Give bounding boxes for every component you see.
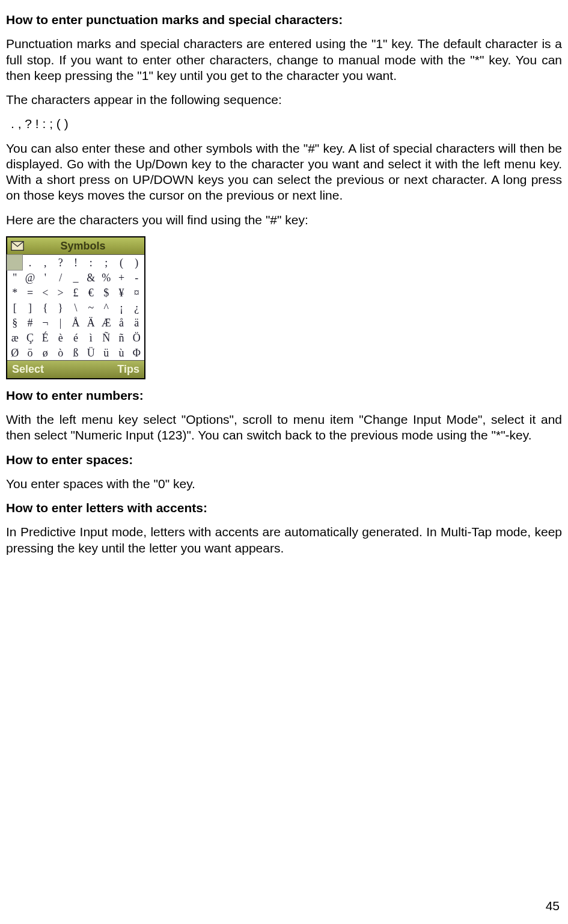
symbol-cell[interactable]: Ö <box>129 330 144 345</box>
symbols-title-bar: Symbols <box>7 237 144 255</box>
hash-key-intro: Here are the characters you will find us… <box>6 212 562 228</box>
symbol-cell[interactable]: Ç <box>22 330 37 345</box>
symbol-cell[interactable]: é <box>68 330 83 345</box>
symbol-cell[interactable]: , <box>38 255 53 270</box>
symbol-cell[interactable]: = <box>22 285 37 300</box>
symbol-cell[interactable]: # <box>22 315 37 330</box>
accents-paragraph: In Predictive Input mode, letters with a… <box>6 524 562 556</box>
symbol-cell[interactable]: % <box>99 270 114 285</box>
symbol-cell[interactable]: £ <box>68 285 83 300</box>
symbol-cell[interactable]: ü <box>99 345 114 360</box>
symbol-cell[interactable]: ß <box>68 345 83 360</box>
symbol-cell[interactable]: ¤ <box>129 285 144 300</box>
symbols-title-text: Symbols <box>28 239 138 253</box>
symbol-cell[interactable]: è <box>53 330 68 345</box>
symbol-cell[interactable]: _ <box>68 270 83 285</box>
symbol-cell[interactable]: ( <box>114 255 129 270</box>
symbol-cell[interactable]: / <box>53 270 68 285</box>
numbers-paragraph: With the left menu key select "Options",… <box>6 412 562 444</box>
softkey-select[interactable]: Select <box>12 363 44 376</box>
symbol-cell[interactable]: " <box>7 270 22 285</box>
symbol-cell[interactable]: Ä <box>84 315 99 330</box>
symbol-cell[interactable]: [ <box>7 300 22 315</box>
symbols-softkeys: Select Tips <box>7 360 144 378</box>
symbol-cell[interactable]: ¬ <box>38 315 53 330</box>
symbol-cell[interactable]: ? <box>53 255 68 270</box>
symbol-cell[interactable]: Æ <box>99 315 114 330</box>
symbol-cell[interactable]: ! <box>68 255 83 270</box>
symbol-cell[interactable]: ; <box>99 255 114 270</box>
symbol-cell[interactable]: € <box>84 285 99 300</box>
symbol-cell[interactable]: ) <box>129 255 144 270</box>
symbol-cell[interactable]: ñ <box>114 330 129 345</box>
symbol-cell[interactable]: . <box>22 255 37 270</box>
spaces-paragraph: You enter spaces with the "0" key. <box>6 476 562 492</box>
accents-heading: How to enter letters with accents: <box>6 500 562 516</box>
spaces-heading: How to enter spaces: <box>6 452 562 468</box>
symbol-cell[interactable]: å <box>114 315 129 330</box>
symbol-cell[interactable]: { <box>38 300 53 315</box>
symbol-cell[interactable]: Ø <box>7 345 22 360</box>
symbol-cell[interactable]: É <box>38 330 53 345</box>
numbers-heading: How to enter numbers: <box>6 388 562 403</box>
symbol-cell[interactable]: ¥ <box>114 285 129 300</box>
punctuation-paragraph-1: Punctuation marks and special characters… <box>6 36 562 84</box>
symbol-cell[interactable]: < <box>38 285 53 300</box>
symbol-cell[interactable] <box>7 255 22 270</box>
symbol-cell[interactable]: $ <box>99 285 114 300</box>
symbol-cell[interactable]: ì <box>84 330 99 345</box>
symbol-cell[interactable]: ~ <box>84 300 99 315</box>
symbol-cell[interactable]: ò <box>53 345 68 360</box>
symbol-cell[interactable]: & <box>84 270 99 285</box>
symbol-cell[interactable]: æ <box>7 330 22 345</box>
punctuation-heading: How to enter punctuation marks and speci… <box>6 12 562 28</box>
punctuation-paragraph-2: You can also enter these and other symbo… <box>6 141 562 204</box>
sequence-intro: The characters appear in the following s… <box>6 92 562 108</box>
symbols-grid: .,?!:;()"@'/_&%+-*=<>£€$¥¤[]{}\~^¡¿§#¬|Å… <box>7 255 144 360</box>
envelope-icon <box>11 240 24 251</box>
symbol-cell[interactable]: @ <box>22 270 37 285</box>
symbol-cell[interactable]: - <box>129 270 144 285</box>
symbol-cell[interactable]: ¡ <box>114 300 129 315</box>
symbol-cell[interactable]: > <box>53 285 68 300</box>
symbol-cell[interactable]: ^ <box>99 300 114 315</box>
symbol-cell[interactable]: * <box>7 285 22 300</box>
symbol-cell[interactable]: ö <box>22 345 37 360</box>
symbol-cell[interactable]: Φ <box>129 345 144 360</box>
sequence-characters: . , ? ! : ; ( ) <box>11 116 562 132</box>
symbol-cell[interactable]: § <box>7 315 22 330</box>
symbols-screenshot: Symbols .,?!:;()"@'/_&%+-*=<>£€$¥¤[]{}\~… <box>6 236 145 379</box>
symbol-cell[interactable]: ù <box>114 345 129 360</box>
symbol-cell[interactable]: ø <box>38 345 53 360</box>
symbol-cell[interactable]: ä <box>129 315 144 330</box>
symbol-cell[interactable]: ] <box>22 300 37 315</box>
symbol-cell[interactable]: \ <box>68 300 83 315</box>
symbol-cell[interactable]: } <box>53 300 68 315</box>
symbol-cell[interactable]: + <box>114 270 129 285</box>
symbol-cell[interactable]: : <box>84 255 99 270</box>
symbol-cell[interactable]: ¿ <box>129 300 144 315</box>
symbol-cell[interactable]: ' <box>38 270 53 285</box>
symbol-cell[interactable]: | <box>53 315 68 330</box>
symbol-cell[interactable]: Å <box>68 315 83 330</box>
symbol-cell[interactable]: Ü <box>84 345 99 360</box>
symbol-cell[interactable]: Ñ <box>99 330 114 345</box>
softkey-tips[interactable]: Tips <box>117 363 139 376</box>
